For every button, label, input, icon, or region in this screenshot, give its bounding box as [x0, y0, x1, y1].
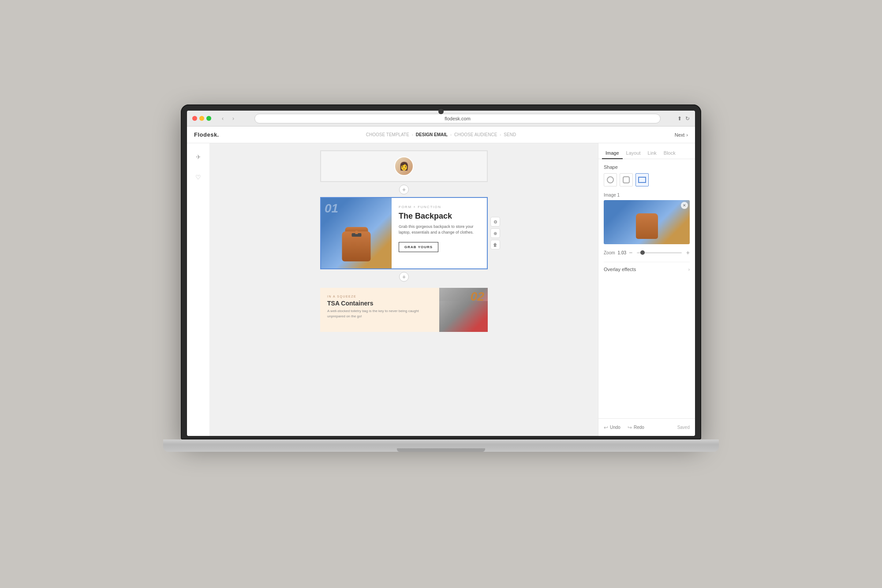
zoom-minus-btn[interactable]: −: [629, 249, 632, 256]
image1-label: Image 1: [604, 193, 690, 197]
nav-step-audience: CHOOSE AUDIENCE: [454, 132, 497, 137]
forward-btn[interactable]: ›: [229, 114, 238, 123]
content-title-2: TSA Containers: [327, 300, 432, 307]
content-text-1: FORM + FUNCTION The Backpack Grab this g…: [392, 198, 487, 268]
nav-arrow-2: ›: [450, 133, 452, 137]
share-btn[interactable]: ⬆: [677, 115, 682, 122]
panel-tabs: Image Layout Link Block: [598, 143, 695, 159]
zoom-thumb: [640, 250, 645, 255]
zoom-plus-btn[interactable]: +: [686, 249, 690, 256]
app-logo: Flodesk.: [194, 131, 219, 138]
saved-status: Saved: [677, 425, 690, 430]
rounded-shape-icon: [623, 176, 630, 183]
zoom-track[interactable]: [637, 252, 682, 253]
overlay-chevron-icon: ›: [688, 267, 690, 272]
tab-block[interactable]: Block: [660, 148, 679, 159]
zoom-value: 1.03: [618, 250, 626, 255]
url-bar[interactable]: flodesk.com: [254, 114, 661, 123]
canvas-area[interactable]: 👩 + 01: [210, 143, 598, 436]
nav-arrow-1: ›: [412, 133, 413, 137]
overlay-section[interactable]: Overlay effects ›: [604, 262, 690, 276]
backpack-image: 01: [321, 198, 392, 268]
browser-actions: ⬆ ↻: [677, 115, 690, 122]
circle-shape-icon: [607, 176, 614, 183]
tab-image[interactable]: Image: [602, 148, 623, 159]
laptop-frame: ‹ › flodesk.com ⬆ ↻ Flodesk. CHOOSE TEMP…: [163, 104, 719, 484]
app-content: Flodesk. CHOOSE TEMPLATE › DESIGN EMAIL …: [187, 127, 695, 436]
email-content-block-1[interactable]: 01 FORM: [320, 197, 488, 269]
url-text: flodesk.com: [445, 116, 471, 121]
rect-shape-icon: [638, 177, 646, 183]
content-text-2: IN A SQUEEZE TSA Containers A well-stock…: [320, 288, 439, 332]
shape-circle-option[interactable]: [604, 173, 617, 186]
shape-selector: [604, 173, 690, 186]
nav-step-send: SEND: [504, 132, 516, 137]
next-arrow-icon: ›: [686, 132, 688, 138]
undo-icon: ↩: [604, 424, 608, 431]
backpack-shape: [342, 227, 371, 261]
zoom-label: Zoom: [604, 250, 615, 255]
webcam: [438, 109, 444, 114]
back-btn[interactable]: ‹: [218, 114, 227, 123]
redo-icon: ↪: [628, 424, 632, 431]
app-main: ✈ ♡ 👩 +: [187, 143, 695, 436]
close-window-btn[interactable]: [192, 116, 197, 121]
app-nav-steps: CHOOSE TEMPLATE › DESIGN EMAIL › CHOOSE …: [366, 132, 516, 137]
minimize-window-btn[interactable]: [199, 116, 204, 121]
block-controls: ⚙ ⊕ 🗑: [490, 217, 500, 249]
laptop-base: [163, 439, 719, 452]
undo-label: Undo: [610, 425, 620, 430]
panel-bottom-bar: ↩ Undo ↪ Redo Saved: [598, 418, 695, 436]
shape-rect-option[interactable]: [635, 173, 649, 186]
block-number-1: 01: [325, 201, 338, 216]
tab-link[interactable]: Link: [644, 148, 660, 159]
image-remove-btn[interactable]: ✕: [681, 202, 688, 209]
sidebar-heart-icon[interactable]: ♡: [192, 171, 205, 184]
overlay-label: Overlay effects: [604, 267, 636, 272]
content-label-2: IN A SQUEEZE: [327, 295, 432, 298]
left-sidebar: ✈ ♡: [187, 143, 210, 436]
traffic-lights: [192, 116, 211, 121]
nav-arrow-3: ›: [500, 133, 501, 137]
content-desc-1: Grab this gorgeous backpack to store you…: [399, 224, 480, 236]
undo-button[interactable]: ↩ Undo: [604, 424, 620, 431]
sidebar-send-icon[interactable]: ✈: [192, 150, 205, 164]
profile-avatar: 👩: [394, 156, 414, 176]
image-thumbnail[interactable]: ✕: [604, 200, 690, 244]
zoom-control: Zoom 1.03 − +: [604, 249, 690, 256]
right-panel: Image Layout Link Block Shape: [598, 143, 695, 436]
redo-label: Redo: [634, 425, 644, 430]
email-container: 👩 + 01: [320, 150, 488, 332]
block-settings-btn[interactable]: ⚙: [490, 217, 500, 227]
shape-rounded-option[interactable]: [620, 173, 633, 186]
content-title-1: The Backpack: [399, 212, 480, 221]
next-button[interactable]: Next ›: [675, 132, 688, 138]
block-duplicate-btn[interactable]: ⊕: [490, 228, 500, 238]
content-cta-1[interactable]: GRAB YOURS: [399, 242, 438, 252]
reload-btn[interactable]: ↻: [685, 115, 690, 122]
email-header-block[interactable]: 👩: [320, 150, 488, 182]
app-nav: Flodesk. CHOOSE TEMPLATE › DESIGN EMAIL …: [187, 127, 695, 143]
next-label: Next: [675, 132, 685, 138]
shape-section-label: Shape: [604, 164, 690, 170]
laptop-screen: ‹ › flodesk.com ⬆ ↻ Flodesk. CHOOSE TEMP…: [187, 111, 695, 436]
browser-nav: ‹ ›: [218, 114, 238, 123]
email-content-block-2[interactable]: IN A SQUEEZE TSA Containers A well-stock…: [320, 288, 488, 332]
block-delete-btn[interactable]: 🗑: [490, 240, 500, 249]
nav-step-design: DESIGN EMAIL: [416, 132, 448, 137]
tab-layout[interactable]: Layout: [623, 148, 644, 159]
tsa-image: 02: [439, 288, 488, 332]
nav-step-template: CHOOSE TEMPLATE: [366, 132, 409, 137]
thumbnail-bag: [636, 213, 658, 239]
content-desc-2: A well-stocked toiletry bag is the key t…: [327, 309, 432, 319]
fullscreen-window-btn[interactable]: [206, 116, 211, 121]
redo-button[interactable]: ↪ Redo: [628, 424, 644, 431]
add-block-btn-bottom[interactable]: +: [399, 272, 409, 282]
panel-content: Shape: [598, 159, 695, 418]
screen-bezel: ‹ › flodesk.com ⬆ ↻ Flodesk. CHOOSE TEMP…: [181, 104, 701, 439]
content-label-1: FORM + FUNCTION: [399, 205, 480, 209]
add-block-btn-top[interactable]: +: [399, 185, 409, 194]
